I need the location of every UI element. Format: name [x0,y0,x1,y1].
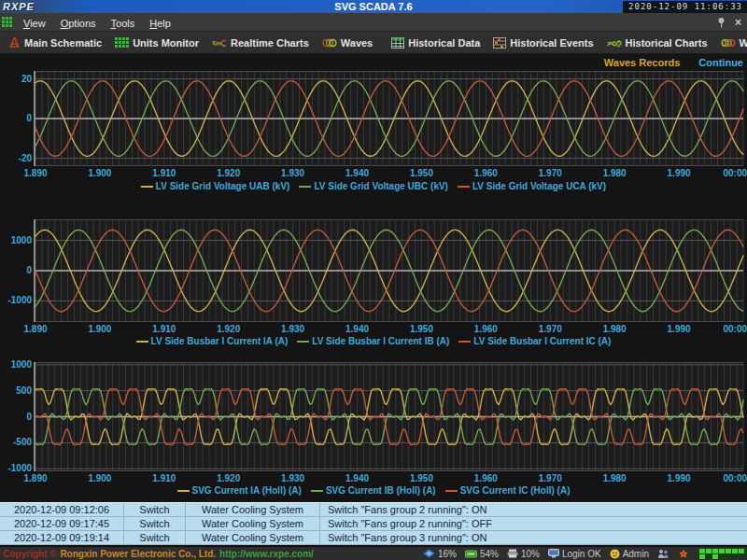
y-tick-label: 1000 [0,359,32,370]
y-tick-label: 1000 [0,235,32,245]
x-axis-labels: 1.8901.9001.9101.9201.9301.9401.9501.960… [0,324,747,335]
chart-2-legend: LV Side Busbar I Current IA (A)LV Side B… [0,336,747,346]
legend-label: SVG Current IA (Holl) (A) [192,485,302,496]
x-tick-label: 1.930 [281,168,304,178]
event-system: Water Cooling System [186,503,320,516]
y-tick-label: -20 [0,153,32,163]
x-tick-label: 1.920 [217,473,240,483]
x-tick-label: 1.970 [539,168,562,178]
x-tick-label: 1.910 [152,324,176,334]
legend-item: SVG Current IC (Holl) (A) [445,485,571,496]
chart-1-legend: LV Side Grid Voltage UAB (kV)LV Side Gri… [0,181,747,191]
legend-item: LV Side Grid Voltage UAB (kV) [141,181,290,191]
x-tick-label: 1.890 [23,168,47,178]
event-message: Switch "Fans group 2 running": ON [320,503,747,516]
status-indicator-admin[interactable]: Admin [610,549,649,559]
y-tick-label: -500 [0,437,32,447]
status-indicator-10[interactable]: 10% [507,549,540,559]
x-tick-label: 1.950 [410,168,433,178]
clock-display: 2020-12-09 11:06:33 [623,1,747,13]
led-cell [719,549,725,553]
legend-marker [445,490,458,492]
legend-marker [141,186,153,188]
y-tick-label: 0 [0,113,32,123]
legend-item: LV Side Grid Voltage UCA (kV) [458,181,606,191]
x-tick-label: 1.960 [474,168,498,178]
event-type: Switch [124,531,186,544]
company-name: Rongxin Power Electronic Co., Ltd. [60,549,216,559]
company-url[interactable]: http://www.rxpe.com/ [219,549,314,559]
x-tick-label: 1.920 [217,168,240,178]
legend-label: LV Side Grid Voltage UAB (kV) [156,181,290,191]
legend-marker [297,341,309,343]
copyright-label: Copyright © [3,549,56,559]
chart-2-plot[interactable] [0,219,747,322]
x-tick-label: 1.960 [474,324,498,334]
legend-label: SVG Current IC (Holl) (A) [460,485,571,496]
legend-marker [177,490,190,492]
x-tick-label: 1.940 [345,473,369,483]
x-tick-label: 1.890 [23,473,47,483]
chart-3-plot[interactable] [0,362,747,471]
x-tick-label: 1.990 [668,168,691,178]
chart-3-legend: SVG Current IA (Holl) (A)SVG Current IB … [0,485,747,496]
y-tick-label: -1000 [0,463,32,473]
led-cell [732,554,738,559]
x-tick-label: 00:00 [723,168,747,178]
status-indicator-alarm[interactable] [678,549,689,559]
network-icon [423,549,435,558]
x-tick-label: 00:00 [723,324,747,334]
y-tick-label: 0 [0,265,32,275]
status-indicators: 16%54%10%Login OKAdmin [423,549,744,559]
table-row[interactable]: 2020-12-09 09:19:14SwitchWater Cooling S… [0,531,747,545]
led-cell [706,549,712,553]
led-cell [699,549,705,553]
status-bar: Copyright © Rongxin Power Electronic Co.… [0,546,747,560]
legend-label: LV Side Busbar I Current IB (A) [312,336,449,346]
status-indicator-users[interactable] [657,549,669,559]
legend-item: LV Side Busbar I Current IA (A) [136,336,289,346]
chart-1-plot[interactable] [0,71,747,166]
legend-item: LV Side Busbar I Current IB (A) [297,336,449,346]
status-indicator-label: Admin [623,549,649,559]
x-tick-label: 1.990 [668,473,691,483]
y-tick-label: -1000 [0,295,32,305]
status-indicator-16[interactable]: 16% [423,549,457,559]
login-icon [548,549,559,558]
printer-icon [507,549,518,558]
led-cell [712,554,718,559]
legend-item: SVG Current IA (Holl) (A) [177,485,302,496]
legend-marker [311,490,323,492]
status-indicator-label: 16% [438,549,457,559]
alarm-icon [678,549,689,559]
event-message: Switch "Fans group 3 running": ON [320,531,747,544]
event-type: Switch [124,503,186,516]
x-tick-label: 1.900 [88,168,111,178]
event-time: 2020-12-09 09:12:06 [0,503,124,516]
x-tick-label: 1.900 [88,324,111,334]
x-tick-label: 1.940 [345,324,369,334]
status-indicator-label: Login OK [562,549,601,559]
x-tick-label: 1.980 [603,168,627,178]
y-tick-label: 0 [0,412,32,422]
events-table: 2020-12-09 09:12:06SwitchWater Cooling S… [0,502,747,545]
status-indicator-54[interactable]: 54% [465,549,499,559]
led-grid-indicator [699,549,744,559]
led-cell [739,549,744,553]
x-tick-label: 1.920 [217,324,240,334]
x-tick-label: 1.900 [88,473,111,483]
x-axis-labels: 1.8901.9001.9101.9201.9301.9401.9501.960… [0,473,747,484]
legend-marker [458,341,471,343]
event-message: Switch "Fans group 2 running": OFF [320,517,747,530]
legend-item: LV Side Busbar I Current IC (A) [458,336,611,346]
table-row[interactable]: 2020-12-09 09:12:06SwitchWater Cooling S… [0,503,747,517]
x-tick-label: 1.930 [281,324,304,334]
table-row[interactable]: 2020-12-09 09:17:45SwitchWater Cooling S… [0,517,747,531]
x-tick-label: 1.960 [474,473,498,483]
x-tick-label: 1.930 [281,473,304,483]
legend-marker [458,186,470,188]
status-indicator-login-ok[interactable]: Login OK [548,549,601,559]
x-axis-labels: 1.8901.9001.9101.9201.9301.9401.9501.960… [0,168,747,179]
legend-label: LV Side Grid Voltage UCA (kV) [472,181,606,191]
users-icon [657,549,669,559]
